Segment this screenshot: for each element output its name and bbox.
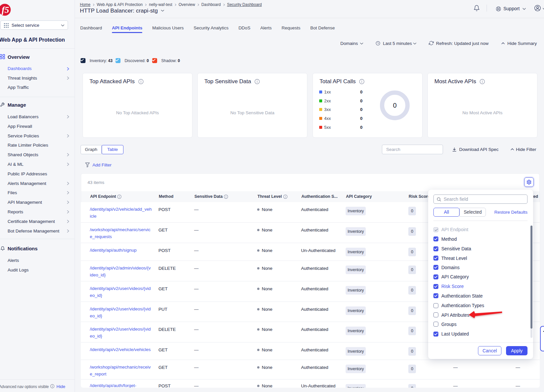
svg-text:0: 0 bbox=[393, 102, 396, 109]
svg-text:f5: f5 bbox=[2, 5, 9, 15]
